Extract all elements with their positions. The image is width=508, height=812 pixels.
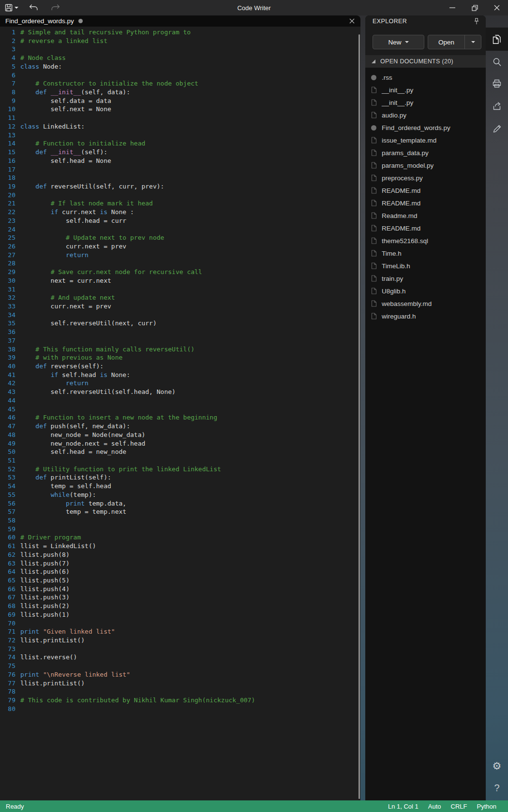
code-line[interactable]: 56 print temp.data,	[0, 499, 360, 508]
code-line[interactable]: 80	[0, 705, 360, 713]
open-document-item[interactable]: README.md	[365, 222, 486, 234]
code-line[interactable]: 16 self.head = None	[0, 157, 360, 165]
code-line[interactable]: 45	[0, 405, 360, 414]
open-documents-section-header[interactable]: OPEN DOCUMENTS (20)	[365, 55, 486, 68]
code-line[interactable]: 6	[0, 71, 360, 80]
code-line[interactable]: 32 # And update next	[0, 293, 360, 302]
code-line[interactable]: 10 self.next = None	[0, 105, 360, 114]
code-line[interactable]: 25 # Update next to prev node	[0, 233, 360, 242]
line-ending-indicator[interactable]: CRLF	[451, 803, 467, 810]
code-line[interactable]: 11	[0, 114, 360, 122]
code-line[interactable]: 7 # Constructor to initialize the node o…	[0, 79, 360, 88]
code-line[interactable]: 27 return	[0, 251, 360, 260]
pin-icon[interactable]	[474, 18, 479, 25]
code-line[interactable]: 51	[0, 456, 360, 465]
code-line[interactable]: 74llist.reverse()	[0, 653, 360, 662]
close-button[interactable]	[486, 0, 508, 15]
code-line[interactable]: 62llist.push(8)	[0, 551, 360, 559]
code-line[interactable]: 70	[0, 619, 360, 628]
code-line[interactable]: 4# Node class	[0, 54, 360, 62]
open-button[interactable]: Open	[428, 35, 464, 49]
open-document-item[interactable]: __init__.py	[365, 96, 486, 109]
code-line[interactable]: 46 # Function to insert a new node at th…	[0, 413, 360, 422]
undo-button[interactable]	[22, 0, 45, 15]
code-line[interactable]: 43 self.reverseUtil(self.head, None)	[0, 388, 360, 396]
new-button[interactable]: New	[373, 35, 424, 49]
code-line[interactable]: 29 # Save curr.next node for recursive c…	[0, 268, 360, 276]
code-line[interactable]: 42 return	[0, 379, 360, 388]
tab-find-ordered-words[interactable]: Find_ordered_words.py	[0, 15, 83, 27]
code-line[interactable]: 47 def push(self, new_data):	[0, 422, 360, 431]
code-line[interactable]: 48 new_node = Node(new_data)	[0, 431, 360, 439]
open-document-item[interactable]: U8glib.h	[365, 285, 486, 297]
code-line[interactable]: 64llist.push(6)	[0, 567, 360, 576]
open-document-item[interactable]: issue_template.md	[365, 134, 486, 146]
code-line[interactable]: 38 # This function mainly calls reverseU…	[0, 345, 360, 354]
code-line[interactable]: 75	[0, 662, 360, 670]
code-line[interactable]: 40 def reverse(self):	[0, 362, 360, 371]
code-line[interactable]: 41 if self.head is None:	[0, 371, 360, 379]
code-line[interactable]: 77llist.printList()	[0, 679, 360, 688]
code-line[interactable]: 73	[0, 645, 360, 653]
code-line[interactable]: 18	[0, 174, 360, 182]
code-line[interactable]: 68llist.push(2)	[0, 602, 360, 610]
open-document-item[interactable]: __init__.py	[365, 84, 486, 96]
code-line[interactable]: 13	[0, 131, 360, 140]
code-line[interactable]: 23 self.head = curr	[0, 217, 360, 225]
open-document-item[interactable]: Time.h	[365, 247, 486, 260]
code-line[interactable]: 26 curr.next = prev	[0, 242, 360, 251]
code-editor[interactable]: 1# Simple and tail recursive Python prog…	[0, 27, 360, 713]
language-indicator[interactable]: Python	[477, 803, 496, 810]
restore-button[interactable]	[463, 0, 486, 15]
code-line[interactable]: 57 temp = temp.next	[0, 508, 360, 516]
tab-close-button[interactable]	[347, 15, 357, 27]
code-line[interactable]: 35 self.reverseUtil(next, curr)	[0, 319, 360, 328]
open-document-item[interactable]: README.md	[365, 184, 486, 197]
code-line[interactable]: 65llist.push(5)	[0, 576, 360, 585]
share-button[interactable]	[486, 95, 508, 117]
code-line[interactable]: 24	[0, 225, 360, 234]
help-button[interactable]: ?	[486, 777, 508, 799]
open-document-item[interactable]: README.md	[365, 197, 486, 209]
code-line[interactable]: 61llist = LinkedList()	[0, 542, 360, 551]
open-document-item[interactable]: audio.py	[365, 109, 486, 121]
code-line[interactable]: 5class Node:	[0, 62, 360, 71]
open-document-item[interactable]: .rss	[365, 71, 486, 84]
code-line[interactable]: 14 # Function to initialize head	[0, 139, 360, 148]
code-line[interactable]: 78	[0, 687, 360, 696]
code-line[interactable]: 22 if curr.next is None :	[0, 208, 360, 217]
edit-button[interactable]	[486, 117, 508, 139]
code-line[interactable]: 66llist.push(4)	[0, 585, 360, 594]
code-line[interactable]: 31	[0, 285, 360, 294]
settings-button[interactable]: ⚙	[486, 755, 508, 777]
code-line[interactable]: 55 while(temp):	[0, 491, 360, 499]
code-line[interactable]: 1# Simple and tail recursive Python prog…	[0, 28, 360, 37]
code-line[interactable]: 21 # If last node mark it head	[0, 199, 360, 208]
code-line[interactable]: 8 def __init__(self, data):	[0, 88, 360, 97]
open-document-item[interactable]: train.py	[365, 272, 486, 285]
open-document-item[interactable]: Find_ordered_words.py	[365, 121, 486, 134]
code-line[interactable]: 69llist.push(1)	[0, 610, 360, 619]
code-line[interactable]: 15 def __init__(self):	[0, 148, 360, 157]
code-line[interactable]: 60# Driver program	[0, 533, 360, 542]
save-button[interactable]	[0, 0, 22, 15]
print-button[interactable]	[486, 72, 508, 95]
open-document-item[interactable]: params_data.py	[365, 146, 486, 159]
code-line[interactable]: 17	[0, 165, 360, 174]
code-line[interactable]: 49 new_node.next = self.head	[0, 439, 360, 448]
code-line[interactable]: 72llist.printList()	[0, 636, 360, 645]
open-document-item[interactable]: wireguard.h	[365, 310, 486, 322]
cursor-position[interactable]: Ln 1, Col 1	[388, 803, 418, 810]
code-line[interactable]: 28	[0, 259, 360, 268]
code-line[interactable]: 34	[0, 311, 360, 319]
open-dropdown-button[interactable]	[464, 35, 481, 49]
code-line[interactable]: 54 temp = self.head	[0, 482, 360, 491]
open-document-item[interactable]: params_model.py	[365, 159, 486, 172]
redo-button[interactable]	[45, 0, 67, 15]
code-line[interactable]: 37	[0, 336, 360, 345]
code-line[interactable]: 53 def printList(self):	[0, 473, 360, 482]
code-line[interactable]: 3	[0, 45, 360, 54]
encoding-indicator[interactable]: Auto	[428, 803, 441, 810]
code-line[interactable]: 52 # Utility function to print the linke…	[0, 465, 360, 474]
minimize-button[interactable]	[441, 0, 463, 15]
